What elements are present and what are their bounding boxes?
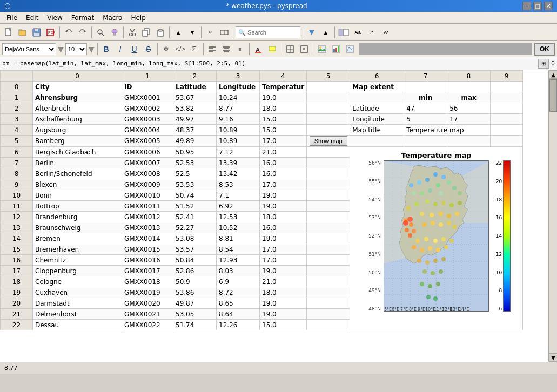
cell-c5[interactable]: [307, 179, 350, 190]
cell-lon[interactable]: 7.12: [217, 147, 260, 158]
open-button[interactable]: [16, 26, 29, 39]
minimize-button[interactable]: −: [522, 2, 531, 10]
cell-c5[interactable]: [307, 266, 350, 276]
col-header-6[interactable]: 6: [350, 71, 404, 82]
redo-button[interactable]: [76, 26, 89, 39]
cell-id[interactable]: GMXX0009: [122, 179, 173, 190]
cell-0-lat[interactable]: Latitude: [173, 82, 217, 92]
cell-lon[interactable]: 8.54: [217, 244, 260, 255]
cut-button[interactable]: [126, 26, 139, 39]
italic-button[interactable]: I: [114, 43, 127, 56]
cell-temp[interactable]: 19.0: [260, 92, 307, 103]
cell-temp[interactable]: 17.0: [260, 179, 307, 190]
cell-lat[interactable]: 50.95: [173, 147, 217, 158]
cell-id[interactable]: GMXX0001: [122, 92, 173, 103]
expand-button[interactable]: ⊞: [538, 59, 549, 69]
cell-lat[interactable]: 50.84: [173, 255, 217, 266]
cell-lat-max[interactable]: 56: [447, 103, 491, 114]
cell-lat[interactable]: 51.52: [173, 201, 217, 212]
copy-button[interactable]: [140, 26, 153, 39]
cell-id[interactable]: GMXX0002: [122, 103, 173, 114]
map-button[interactable]: [344, 43, 357, 56]
freeze-icon-button[interactable]: ❄: [160, 43, 173, 56]
cell-city[interactable]: Bergisch Gladbach: [33, 147, 122, 158]
cell-id[interactable]: GMXX0012: [122, 212, 173, 222]
undo-button[interactable]: [62, 26, 75, 39]
cell-0-temp[interactable]: Temperatur: [260, 82, 307, 92]
menu-macro[interactable]: Macro: [98, 13, 126, 23]
col-header-1[interactable]: 1: [122, 71, 173, 82]
cell-lon[interactable]: 10.24: [217, 92, 260, 103]
cell-lon-min[interactable]: 5: [404, 114, 447, 125]
cell-c5[interactable]: [307, 298, 350, 309]
cell-id[interactable]: GMXX0022: [122, 320, 173, 330]
cell-lat[interactable]: 49.97: [173, 114, 217, 125]
cell-city[interactable]: Blexen: [33, 179, 122, 190]
cell-lon[interactable]: 6.92: [217, 201, 260, 212]
cell-lon[interactable]: 10.89: [217, 136, 260, 147]
cell-c9[interactable]: [491, 92, 523, 103]
close-button[interactable]: ×: [544, 2, 553, 10]
cell-c5[interactable]: [307, 244, 350, 255]
cell-c5[interactable]: [307, 212, 350, 222]
cell-lat[interactable]: 53.05: [173, 309, 217, 320]
cell-lat[interactable]: 52.41: [173, 212, 217, 222]
cell-lon[interactable]: 12.93: [217, 255, 260, 266]
cell-temp[interactable]: 15.0: [260, 114, 307, 125]
code-button[interactable]: </>: [174, 43, 187, 56]
strikethrough-button[interactable]: S: [142, 43, 155, 56]
cell-lat[interactable]: 49.89: [173, 136, 217, 147]
cell-lon[interactable]: 9.16: [217, 114, 260, 125]
cell-id[interactable]: GMXX0007: [122, 158, 173, 168]
wrap-button[interactable]: ≡: [234, 43, 247, 56]
window-controls[interactable]: − □ ×: [522, 2, 553, 10]
cell-id[interactable]: GMXX0010: [122, 190, 173, 201]
insert-image-button[interactable]: [316, 43, 328, 56]
sort-desc-button[interactable]: ▼: [186, 26, 199, 39]
cell-c7[interactable]: [404, 136, 447, 147]
cell-c5[interactable]: [307, 92, 350, 103]
sigma-button[interactable]: Σ: [188, 43, 201, 56]
cell-city[interactable]: Chemnitz: [33, 255, 122, 266]
cell-city[interactable]: Braunschweig: [33, 222, 122, 233]
cell-label-maptitle[interactable]: Map title: [350, 125, 404, 136]
cell-c6[interactable]: [350, 136, 404, 147]
cell-c5[interactable]: [307, 158, 350, 168]
col-header-8[interactable]: 8: [447, 71, 491, 82]
save-button[interactable]: [30, 26, 43, 39]
cell-temp[interactable]: 19.0: [260, 233, 307, 244]
cell-c5[interactable]: [307, 320, 350, 330]
cell-city[interactable]: Delmenhorst: [33, 309, 122, 320]
cell-city[interactable]: Cologne: [33, 276, 122, 287]
scroll-thumb[interactable]: [549, 79, 557, 112]
cell-c6[interactable]: [350, 92, 404, 103]
cell-city[interactable]: Augsburg: [33, 125, 122, 136]
cell-c5[interactable]: [307, 309, 350, 320]
size-select[interactable]: 10: [65, 43, 87, 55]
underline-button[interactable]: U: [128, 43, 141, 56]
cell-lon[interactable]: 13.42: [217, 168, 260, 179]
nav-down-button[interactable]: ▼: [305, 26, 318, 39]
cell-city[interactable]: Cloppenburg: [33, 266, 122, 276]
cell-lon[interactable]: 12.53: [217, 212, 260, 222]
cell-id[interactable]: GMXX0017: [122, 266, 173, 276]
cell-lat[interactable]: 48.37: [173, 125, 217, 136]
cell-lat[interactable]: 53.67: [173, 92, 217, 103]
paint-button[interactable]: [108, 26, 121, 39]
cell-id[interactable]: GMXX0011: [122, 201, 173, 212]
cell-c5[interactable]: [307, 103, 350, 114]
cell-temp[interactable]: 19.0: [260, 309, 307, 320]
word-button[interactable]: W: [379, 26, 392, 39]
cell-lat[interactable]: 52.27: [173, 222, 217, 233]
cell-lon[interactable]: 12.26: [217, 320, 260, 330]
cell-city[interactable]: Bottrop: [33, 201, 122, 212]
scroll-down-button[interactable]: ▼: [549, 353, 557, 362]
cell-id[interactable]: GMXX0014: [122, 233, 173, 244]
menu-edit[interactable]: Edit: [22, 13, 43, 23]
cell-temp[interactable]: 18.0: [260, 103, 307, 114]
cell-lon[interactable]: 10.89: [217, 125, 260, 136]
cell-lon[interactable]: 13.39: [217, 158, 260, 168]
cell-city[interactable]: Bonn: [33, 190, 122, 201]
cell-c5[interactable]: Show map: [307, 136, 350, 147]
cell-temp[interactable]: 18.0: [260, 287, 307, 298]
